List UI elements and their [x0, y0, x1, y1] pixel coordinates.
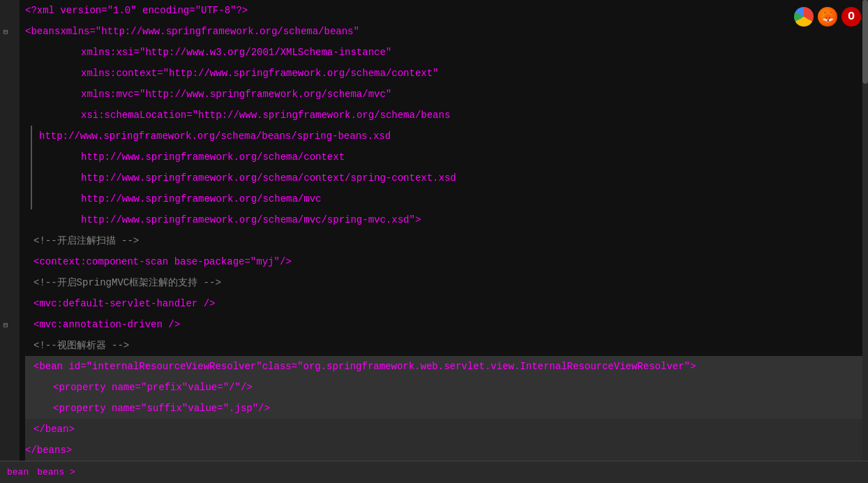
bottom-bar: bean beans > — [0, 461, 868, 483]
line-19: <property name="prefix" value="/"/> — [25, 377, 862, 398]
opera-icon[interactable]: O — [841, 7, 861, 27]
collapse-marker-bean[interactable]: ⊟ — [0, 314, 11, 335]
line-3: xmlns:xsi="http://www.w3.org/2001/XMLSch… — [25, 42, 862, 63]
line-7: http://www.springframework.org/schema/be… — [25, 126, 862, 147]
line-17: <!--视图解析器 --> — [25, 335, 862, 356]
xml-decl: <?xml version="1.0" encoding="UTF-8"?> — [25, 0, 248, 21]
line-2: <beans xmlns="http://www.springframework… — [25, 21, 862, 42]
line-12: <!--开启注解扫描 --> — [25, 230, 862, 251]
breadcrumb-beans: beans > — [37, 467, 75, 477]
line-10: http://www.springframework.org/schema/mv… — [25, 188, 862, 209]
line-15: <mvc:default-servlet-handler /> — [25, 293, 862, 314]
line-9: http://www.springframework.org/schema/co… — [25, 168, 862, 188]
line-4: xmlns:context="http://www.springframewor… — [25, 63, 862, 84]
scroll-indicator[interactable] — [862, 0, 868, 461]
collapse-marker-beans[interactable]: ⊟ — [0, 21, 11, 42]
code-content: <?xml version="1.0" encoding="UTF-8"?> <… — [20, 0, 868, 483]
editor-area: ⊟ ⊟ <?xml version="1.0" encoding="UTF-8"… — [0, 0, 868, 483]
line-16: <mvc:annotation-driven /> — [25, 314, 862, 335]
line-21: </bean> — [25, 419, 862, 440]
line-20: <property name="suffix" value=".jsp"/> — [25, 398, 862, 419]
line-22: </beans> — [25, 440, 862, 461]
line-5: xmlns:mvc="http://www.springframework.or… — [25, 84, 862, 105]
line-1: <?xml version="1.0" encoding="UTF-8"?> — [25, 0, 862, 21]
browser-icons-container: 🦊 O — [794, 7, 861, 27]
scroll-thumb[interactable] — [862, 0, 868, 84]
line-14: <!--开启SpringMVC框架注解的支持 --> — [25, 272, 862, 293]
line-13: <context:component-scan base-package="my… — [25, 251, 862, 272]
chrome-icon[interactable] — [794, 7, 814, 27]
breadcrumb-bean: bean — [7, 467, 29, 477]
gutter-area: ⊟ ⊟ — [0, 0, 20, 483]
line-11: http://www.springframework.org/schema/mv… — [25, 209, 862, 230]
firefox-icon[interactable]: 🦊 — [818, 7, 837, 27]
breadcrumb: bean beans > — [7, 467, 75, 477]
line-18: <bean id="internalResourceViewResolver" … — [25, 356, 862, 377]
line-6: xsi:schemaLocation="http://www.springfra… — [25, 105, 862, 126]
line-8: http://www.springframework.org/schema/co… — [25, 147, 862, 168]
